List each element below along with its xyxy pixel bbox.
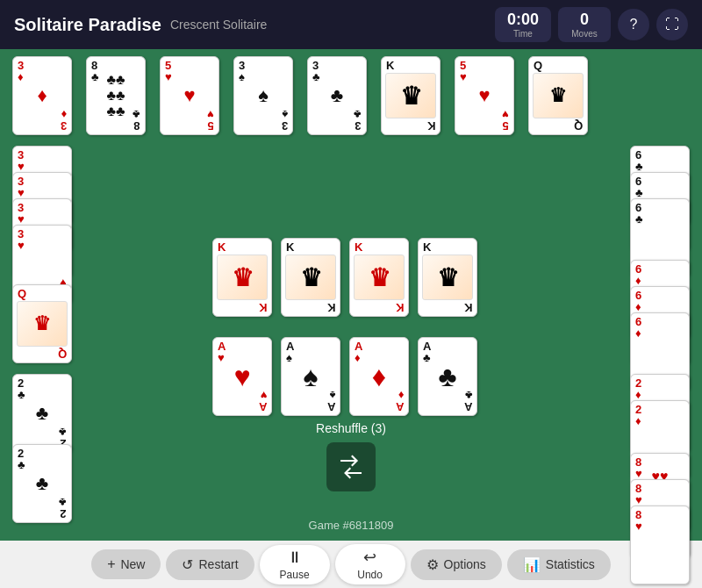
reshuffle-area: Reshuffle (3) xyxy=(316,421,386,491)
help-button[interactable]: ? xyxy=(618,9,649,40)
statistics-label: Statistics xyxy=(546,557,595,571)
game-area: 3♦ 3♦ ♦ 8♣ 8♣ ♣♣♣♣♣♣ 5♥ 5♥ ♥ 3♠ 3♠ ♠ 3♣ … xyxy=(0,49,702,541)
undo-label: Undo xyxy=(357,569,383,581)
moves-box: 0 Moves xyxy=(558,7,611,43)
card-kh[interactable]: K♥ K♥ ♛ xyxy=(212,238,272,317)
card-ac[interactable]: A♣ A♣ ♣ xyxy=(418,337,477,416)
card-3c[interactable]: 3♣ 3♣ ♣ xyxy=(307,56,367,135)
shuffle-icon xyxy=(337,453,365,481)
card-2c2[interactable]: 2♣ 2♣ ♣ xyxy=(12,444,72,523)
card-8h-3[interactable]: 8♥ xyxy=(630,506,690,584)
undo-button[interactable]: ↩ Undo xyxy=(335,544,405,584)
gear-icon: ⚙ xyxy=(426,556,439,573)
moves-value: 0 xyxy=(570,11,598,30)
header-left: Solitaire Paradise Crescent Solitaire xyxy=(14,15,267,35)
fullscreen-button[interactable]: ⛶ xyxy=(656,9,688,40)
restart-button[interactable]: ↺ Restart xyxy=(166,549,254,580)
card-kd[interactable]: K♦ K♦ ♛ xyxy=(349,238,409,317)
card-ks[interactable]: K♠ K♠ ♛ xyxy=(281,238,340,317)
pause-label: Pause xyxy=(280,569,310,581)
card-ks-top[interactable]: K♠ K♠ ♛ xyxy=(381,56,441,135)
card-2c[interactable]: 2♣ 2♣ ♣ xyxy=(12,374,72,453)
restart-icon: ↺ xyxy=(182,556,193,573)
pause-button[interactable]: ⏸ Pause xyxy=(260,545,330,584)
options-button[interactable]: ⚙ Options xyxy=(411,549,502,580)
header-right: 0:00 Time 0 Moves ? ⛶ xyxy=(495,7,688,43)
new-label: New xyxy=(120,557,145,571)
card-as[interactable]: A♠ A♠ ♠ xyxy=(281,337,340,416)
undo-icon: ↩ xyxy=(363,548,376,567)
card-ad[interactable]: A♦ A♦ ♦ xyxy=(349,337,409,416)
card-5h[interactable]: 5♥ 5♥ ♥ xyxy=(160,56,219,135)
card-5h2[interactable]: 5♥ 5♥ ♥ xyxy=(455,56,514,135)
game-number: Game #6811809 xyxy=(309,519,394,532)
app-title: Solitaire Paradise xyxy=(14,15,161,35)
moves-label: Moves xyxy=(570,29,598,39)
pause-icon: ⏸ xyxy=(287,549,303,567)
timer-value: 0:00 xyxy=(507,11,539,30)
timer-box: 0:00 Time xyxy=(495,7,551,43)
card-qd[interactable]: Q♦ Q♦ ♛ xyxy=(12,284,72,363)
plus-icon: + xyxy=(107,556,115,572)
restart-label: Restart xyxy=(198,557,238,571)
toolbar: + New ↺ Restart ⏸ Pause ↩ Undo ⚙ Options… xyxy=(0,541,702,588)
card-8c[interactable]: 8♣ 8♣ ♣♣♣♣♣♣ xyxy=(86,56,146,135)
card-3d[interactable]: 3♦ 3♦ ♦ xyxy=(12,56,72,135)
card-3s[interactable]: 3♠ 3♠ ♠ xyxy=(233,56,293,135)
timer-label: Time xyxy=(507,29,539,39)
card-qc[interactable]: Q♣ Q♣ ♛ xyxy=(528,56,588,135)
statistics-button[interactable]: 📊 Statistics xyxy=(507,549,611,580)
reshuffle-label: Reshuffle (3) xyxy=(316,421,386,435)
game-subtitle: Crescent Solitaire xyxy=(170,18,268,32)
card-ah[interactable]: A♥ A♥ ♥ xyxy=(212,337,272,416)
chart-icon: 📊 xyxy=(523,556,541,573)
new-button[interactable]: + New xyxy=(91,549,161,579)
options-label: Options xyxy=(444,557,486,571)
card-kc[interactable]: K♣ K♣ ♛ xyxy=(418,238,477,317)
reshuffle-button[interactable] xyxy=(326,442,376,491)
header: Solitaire Paradise Crescent Solitaire 0:… xyxy=(0,0,702,49)
